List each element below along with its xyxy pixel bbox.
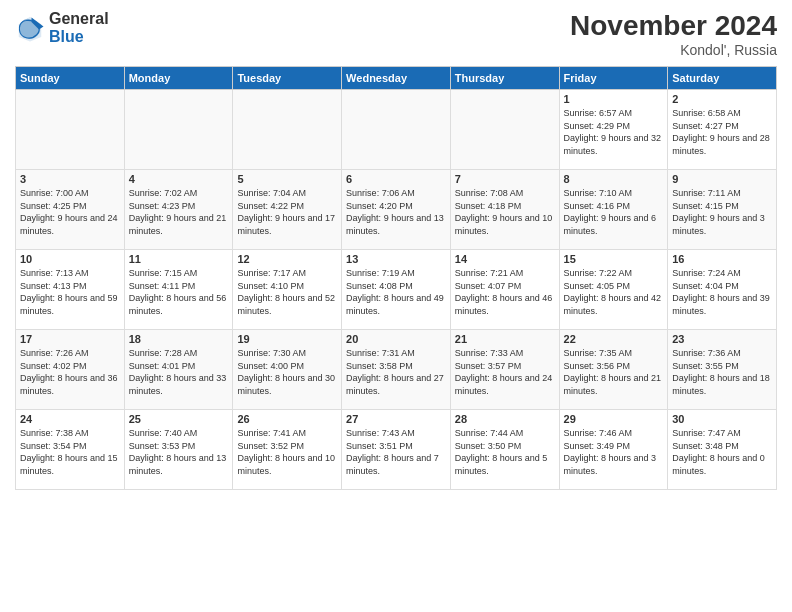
calendar-cell: 1Sunrise: 6:57 AM Sunset: 4:29 PM Daylig… (559, 90, 668, 170)
calendar-cell: 22Sunrise: 7:35 AM Sunset: 3:56 PM Dayli… (559, 330, 668, 410)
day-number: 15 (564, 253, 664, 265)
calendar-week-3: 10Sunrise: 7:13 AM Sunset: 4:13 PM Dayli… (16, 250, 777, 330)
day-number: 26 (237, 413, 337, 425)
day-number: 9 (672, 173, 772, 185)
header: General Blue November 2024 Kondol', Russ… (15, 10, 777, 58)
day-info: Sunrise: 7:19 AM Sunset: 4:08 PM Dayligh… (346, 267, 446, 317)
day-info: Sunrise: 6:58 AM Sunset: 4:27 PM Dayligh… (672, 107, 772, 157)
logo-icon (15, 13, 45, 43)
day-info: Sunrise: 7:24 AM Sunset: 4:04 PM Dayligh… (672, 267, 772, 317)
calendar-cell: 26Sunrise: 7:41 AM Sunset: 3:52 PM Dayli… (233, 410, 342, 490)
day-info: Sunrise: 6:57 AM Sunset: 4:29 PM Dayligh… (564, 107, 664, 157)
day-info: Sunrise: 7:13 AM Sunset: 4:13 PM Dayligh… (20, 267, 120, 317)
day-info: Sunrise: 7:17 AM Sunset: 4:10 PM Dayligh… (237, 267, 337, 317)
day-number: 7 (455, 173, 555, 185)
day-number: 16 (672, 253, 772, 265)
logo-text: General Blue (49, 10, 109, 45)
calendar-cell (16, 90, 125, 170)
calendar-cell: 12Sunrise: 7:17 AM Sunset: 4:10 PM Dayli… (233, 250, 342, 330)
day-info: Sunrise: 7:31 AM Sunset: 3:58 PM Dayligh… (346, 347, 446, 397)
day-number: 22 (564, 333, 664, 345)
calendar-cell: 2Sunrise: 6:58 AM Sunset: 4:27 PM Daylig… (668, 90, 777, 170)
calendar-cell: 15Sunrise: 7:22 AM Sunset: 4:05 PM Dayli… (559, 250, 668, 330)
day-number: 4 (129, 173, 229, 185)
day-info: Sunrise: 7:46 AM Sunset: 3:49 PM Dayligh… (564, 427, 664, 477)
calendar-cell: 17Sunrise: 7:26 AM Sunset: 4:02 PM Dayli… (16, 330, 125, 410)
day-info: Sunrise: 7:02 AM Sunset: 4:23 PM Dayligh… (129, 187, 229, 237)
day-number: 25 (129, 413, 229, 425)
day-number: 28 (455, 413, 555, 425)
calendar-cell: 30Sunrise: 7:47 AM Sunset: 3:48 PM Dayli… (668, 410, 777, 490)
day-number: 11 (129, 253, 229, 265)
calendar: Sunday Monday Tuesday Wednesday Thursday… (15, 66, 777, 490)
day-info: Sunrise: 7:10 AM Sunset: 4:16 PM Dayligh… (564, 187, 664, 237)
title-block: November 2024 Kondol', Russia (570, 10, 777, 58)
day-info: Sunrise: 7:21 AM Sunset: 4:07 PM Dayligh… (455, 267, 555, 317)
day-number: 30 (672, 413, 772, 425)
day-info: Sunrise: 7:26 AM Sunset: 4:02 PM Dayligh… (20, 347, 120, 397)
day-info: Sunrise: 7:08 AM Sunset: 4:18 PM Dayligh… (455, 187, 555, 237)
calendar-cell: 27Sunrise: 7:43 AM Sunset: 3:51 PM Dayli… (342, 410, 451, 490)
calendar-cell: 7Sunrise: 7:08 AM Sunset: 4:18 PM Daylig… (450, 170, 559, 250)
day-number: 23 (672, 333, 772, 345)
day-number: 1 (564, 93, 664, 105)
day-info: Sunrise: 7:22 AM Sunset: 4:05 PM Dayligh… (564, 267, 664, 317)
calendar-cell: 5Sunrise: 7:04 AM Sunset: 4:22 PM Daylig… (233, 170, 342, 250)
calendar-cell (450, 90, 559, 170)
logo: General Blue (15, 10, 109, 45)
col-tuesday: Tuesday (233, 67, 342, 90)
calendar-cell: 8Sunrise: 7:10 AM Sunset: 4:16 PM Daylig… (559, 170, 668, 250)
calendar-cell (342, 90, 451, 170)
calendar-cell: 29Sunrise: 7:46 AM Sunset: 3:49 PM Dayli… (559, 410, 668, 490)
day-number: 19 (237, 333, 337, 345)
calendar-cell: 24Sunrise: 7:38 AM Sunset: 3:54 PM Dayli… (16, 410, 125, 490)
logo-blue-text: Blue (49, 28, 109, 46)
day-info: Sunrise: 7:44 AM Sunset: 3:50 PM Dayligh… (455, 427, 555, 477)
calendar-cell: 11Sunrise: 7:15 AM Sunset: 4:11 PM Dayli… (124, 250, 233, 330)
col-thursday: Thursday (450, 67, 559, 90)
col-friday: Friday (559, 67, 668, 90)
calendar-cell: 16Sunrise: 7:24 AM Sunset: 4:04 PM Dayli… (668, 250, 777, 330)
calendar-cell (233, 90, 342, 170)
day-info: Sunrise: 7:38 AM Sunset: 3:54 PM Dayligh… (20, 427, 120, 477)
calendar-cell: 18Sunrise: 7:28 AM Sunset: 4:01 PM Dayli… (124, 330, 233, 410)
calendar-cell: 19Sunrise: 7:30 AM Sunset: 4:00 PM Dayli… (233, 330, 342, 410)
logo-general-text: General (49, 10, 109, 28)
day-number: 8 (564, 173, 664, 185)
day-number: 27 (346, 413, 446, 425)
day-info: Sunrise: 7:41 AM Sunset: 3:52 PM Dayligh… (237, 427, 337, 477)
calendar-cell: 25Sunrise: 7:40 AM Sunset: 3:53 PM Dayli… (124, 410, 233, 490)
day-number: 18 (129, 333, 229, 345)
day-number: 10 (20, 253, 120, 265)
day-number: 29 (564, 413, 664, 425)
day-info: Sunrise: 7:35 AM Sunset: 3:56 PM Dayligh… (564, 347, 664, 397)
calendar-cell: 28Sunrise: 7:44 AM Sunset: 3:50 PM Dayli… (450, 410, 559, 490)
calendar-week-1: 1Sunrise: 6:57 AM Sunset: 4:29 PM Daylig… (16, 90, 777, 170)
day-info: Sunrise: 7:40 AM Sunset: 3:53 PM Dayligh… (129, 427, 229, 477)
day-number: 3 (20, 173, 120, 185)
calendar-cell: 14Sunrise: 7:21 AM Sunset: 4:07 PM Dayli… (450, 250, 559, 330)
col-sunday: Sunday (16, 67, 125, 90)
day-number: 12 (237, 253, 337, 265)
day-info: Sunrise: 7:15 AM Sunset: 4:11 PM Dayligh… (129, 267, 229, 317)
calendar-cell: 10Sunrise: 7:13 AM Sunset: 4:13 PM Dayli… (16, 250, 125, 330)
day-number: 17 (20, 333, 120, 345)
calendar-cell: 13Sunrise: 7:19 AM Sunset: 4:08 PM Dayli… (342, 250, 451, 330)
calendar-cell (124, 90, 233, 170)
calendar-cell: 6Sunrise: 7:06 AM Sunset: 4:20 PM Daylig… (342, 170, 451, 250)
page: General Blue November 2024 Kondol', Russ… (0, 0, 792, 612)
day-number: 2 (672, 93, 772, 105)
day-info: Sunrise: 7:30 AM Sunset: 4:00 PM Dayligh… (237, 347, 337, 397)
calendar-cell: 21Sunrise: 7:33 AM Sunset: 3:57 PM Dayli… (450, 330, 559, 410)
calendar-cell: 20Sunrise: 7:31 AM Sunset: 3:58 PM Dayli… (342, 330, 451, 410)
day-info: Sunrise: 7:06 AM Sunset: 4:20 PM Dayligh… (346, 187, 446, 237)
day-info: Sunrise: 7:11 AM Sunset: 4:15 PM Dayligh… (672, 187, 772, 237)
day-info: Sunrise: 7:00 AM Sunset: 4:25 PM Dayligh… (20, 187, 120, 237)
col-saturday: Saturday (668, 67, 777, 90)
calendar-cell: 9Sunrise: 7:11 AM Sunset: 4:15 PM Daylig… (668, 170, 777, 250)
day-number: 14 (455, 253, 555, 265)
location: Kondol', Russia (570, 42, 777, 58)
day-info: Sunrise: 7:28 AM Sunset: 4:01 PM Dayligh… (129, 347, 229, 397)
calendar-week-2: 3Sunrise: 7:00 AM Sunset: 4:25 PM Daylig… (16, 170, 777, 250)
day-number: 20 (346, 333, 446, 345)
